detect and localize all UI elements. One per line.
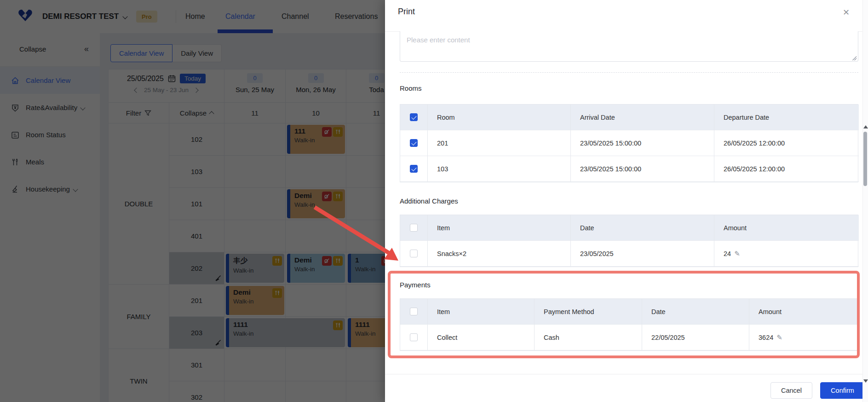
- screen: DEMI RESORT TEST Pro Home Calendar Chann…: [0, 0, 868, 402]
- payment-method-cell: Cash: [535, 325, 642, 350]
- room-row-checkbox[interactable]: [410, 139, 418, 147]
- cancel-button[interactable]: Cancel: [770, 382, 812, 399]
- rooms-table: Room Arrival Date Departure Date 201 23/…: [400, 104, 858, 182]
- charge-amount-cell: 24 ✎: [714, 241, 859, 267]
- column-header: Arrival Date: [571, 105, 714, 130]
- charge-row-checkbox[interactable]: [410, 250, 418, 257]
- room-row-checkbox[interactable]: [410, 165, 418, 173]
- room-cell: 103: [428, 156, 571, 182]
- charge-date-cell: 23/05/2025: [571, 241, 714, 267]
- confirm-button[interactable]: Confirm: [820, 382, 865, 399]
- payments-table: Item Payment Method Date Amount Collect …: [400, 298, 858, 351]
- rooms-select-all-checkbox[interactable]: [410, 113, 418, 121]
- arrival-cell: 23/05/2025 15:00:00: [571, 130, 714, 156]
- dialog-scrollbar-track: [862, 0, 868, 402]
- column-header: Payment Method: [535, 299, 642, 325]
- departure-cell: 26/05/2025 12:00:00: [714, 130, 859, 156]
- column-header: Room: [428, 105, 571, 130]
- charges-table: Item Date Amount Snacks×2 23/05/2025 24 …: [400, 215, 858, 267]
- dashed-divider: [400, 72, 858, 73]
- payments-heading: Payments: [400, 281, 431, 289]
- close-icon[interactable]: ✕: [843, 7, 850, 17]
- edit-icon[interactable]: ✎: [734, 250, 740, 258]
- payment-amount-cell: 3624 ✎: [749, 325, 859, 350]
- charges-select-all-checkbox[interactable]: [410, 224, 418, 232]
- payment-item-cell: Collect: [428, 325, 535, 350]
- charge-item-cell: Snacks×2: [428, 241, 571, 267]
- payment-row-checkbox[interactable]: [410, 333, 418, 341]
- column-header: Item: [428, 299, 535, 325]
- dialog-title: Print: [398, 7, 415, 17]
- edit-icon[interactable]: ✎: [776, 333, 782, 342]
- payments-select-all-checkbox[interactable]: [410, 308, 418, 315]
- payment-date-cell: 22/05/2025: [642, 325, 749, 350]
- column-header: Amount: [749, 299, 859, 325]
- departure-cell: 26/05/2025 12:00:00: [714, 156, 859, 182]
- column-header: Date: [571, 215, 714, 241]
- column-header: Date: [642, 299, 749, 325]
- dialog-scrollbar-thumb[interactable]: [863, 132, 867, 186]
- rooms-heading: Rooms: [400, 84, 422, 92]
- arrival-cell: 23/05/2025 15:00:00: [571, 156, 714, 182]
- column-header: Item: [428, 215, 571, 241]
- amount-value: 24: [724, 250, 731, 257]
- print-content-textarea[interactable]: [400, 31, 858, 62]
- scroll-up-icon[interactable]: [863, 125, 868, 128]
- column-header: Amount: [714, 215, 859, 241]
- scroll-down-icon[interactable]: [863, 379, 868, 383]
- print-dialog: Print ✕ Rooms Room Arrival Date Departur…: [385, 0, 868, 402]
- dialog-footer-divider: [385, 374, 868, 374]
- column-header: Departure Date: [714, 105, 859, 130]
- room-cell: 201: [428, 130, 571, 156]
- amount-value: 3624: [759, 334, 773, 341]
- charges-heading: Additional Charges: [400, 197, 458, 205]
